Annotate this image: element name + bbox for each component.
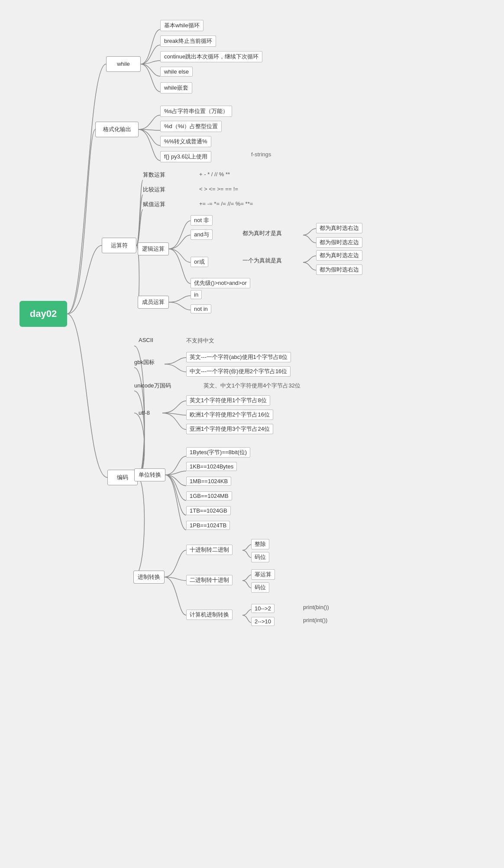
utf8-r3: 亚洲1个字符使用3个字节占24位 [186, 424, 273, 434]
utf8-label: utf-8 [139, 410, 150, 416]
logic-not: not 非 [191, 215, 213, 226]
gbk-r2: 中文---一个字符(你)使用2个字节占16位 [186, 366, 291, 377]
base-dec-to-bin: 十进制转二进制 [186, 545, 233, 555]
while-item-5: while嵌套 [160, 82, 192, 94]
member-box: 成员运算 [138, 296, 169, 309]
logic-and: and与 [191, 229, 213, 240]
logic-and-desc: 都为真时才是真 [242, 229, 282, 237]
unicode-value: 英文、中文1个字符使用4个字节占32位 [204, 382, 300, 390]
mind-map: day02 while 基本while循环 break终止当前循环 contin… [0, 0, 504, 868]
compare-label: 比较运算 [143, 186, 165, 194]
unit-box: 单位转换 [134, 468, 165, 481]
utf8-r2: 欧洲1个字符使用2个字节占16位 [186, 410, 273, 420]
logic-or-r2: 都为假时选右边 [316, 265, 362, 275]
format-box: 格式化输出 [95, 122, 139, 137]
base-comp-r2: 2-->10 [251, 617, 275, 626]
assign-label: 赋值运算 [143, 200, 165, 208]
logic-and-r1: 都为真时选右边 [316, 223, 362, 233]
format-item-4: f{} py3.6以上使用 [160, 151, 211, 162]
unit-3: 1MB==1024KB [186, 477, 231, 486]
unit-6: 1PB==1024TB [186, 521, 230, 530]
operator-box: 运算符 [102, 238, 136, 253]
format-item-2: %d（%i）占整型位置 [160, 121, 222, 132]
format-item-4b: f-strings [251, 151, 271, 158]
logic-or: or或 [191, 257, 208, 267]
base-comp-r2b: print(int()) [303, 617, 327, 623]
ascii-value: 不支持中文 [186, 337, 214, 345]
logic-or-desc: 一个为真就是真 [242, 257, 282, 265]
base-dtb-r1: 整除 [251, 539, 269, 549]
ascii-label: ASCII [139, 337, 153, 343]
unit-2: 1KB==1024Bytes [186, 462, 237, 471]
root-node: day02 [19, 301, 67, 327]
assign-value: += -= *= /= //= %= **= [199, 200, 253, 207]
base-comp-r1b: print(bin()) [303, 604, 329, 610]
logic-priority: 优先级()>not>and>or [191, 278, 250, 288]
utf8-r1: 英文1个字符使用1个字节占8位 [186, 395, 270, 406]
base-btd-r2: 码位 [251, 582, 269, 593]
format-item-3: %%转义成普通% [160, 136, 211, 147]
logic-box: 逻辑运算 [138, 242, 169, 255]
while-box: while [106, 56, 141, 72]
arith-value: + - * / // % ** [199, 171, 230, 177]
while-item-3: continue跳出本次循环，继续下次循环 [160, 51, 262, 62]
while-item-4: while else [160, 67, 193, 77]
unit-1: 1Bytes(字节)==8bit(位) [186, 447, 250, 458]
unit-4: 1GB==1024MB [186, 491, 232, 500]
compare-value: < > <= >= == != [199, 186, 238, 192]
base-dtb-r2: 码位 [251, 552, 269, 562]
while-item-2: break终止当前循环 [160, 35, 216, 47]
base-comp: 计算机进制转换 [186, 610, 233, 620]
member-in: in [191, 290, 202, 299]
base-box: 进制转换 [133, 571, 165, 584]
gbk-label: gbk国标 [134, 358, 155, 366]
arith-label: 算数运算 [143, 171, 165, 179]
encoding-box: 编码 [107, 470, 138, 485]
logic-or-r1: 都为真时选左边 [316, 250, 362, 261]
format-item-1: %s占字符串位置（万能） [160, 106, 232, 117]
base-bin-to-dec: 二进制转十进制 [186, 575, 233, 585]
member-not-in: not in [191, 304, 211, 313]
unicode-label: unicode万国码 [134, 382, 171, 390]
gbk-r1: 英文---一个字符(abc)使用1个字节占8位 [186, 352, 291, 362]
base-comp-r1: 10-->2 [251, 604, 275, 613]
unit-5: 1TB==1024GB [186, 506, 231, 515]
while-item-1: 基本while循环 [160, 20, 204, 31]
base-btd-r1: 幂运算 [251, 569, 275, 580]
logic-and-r2: 都为假时选左边 [316, 237, 362, 248]
